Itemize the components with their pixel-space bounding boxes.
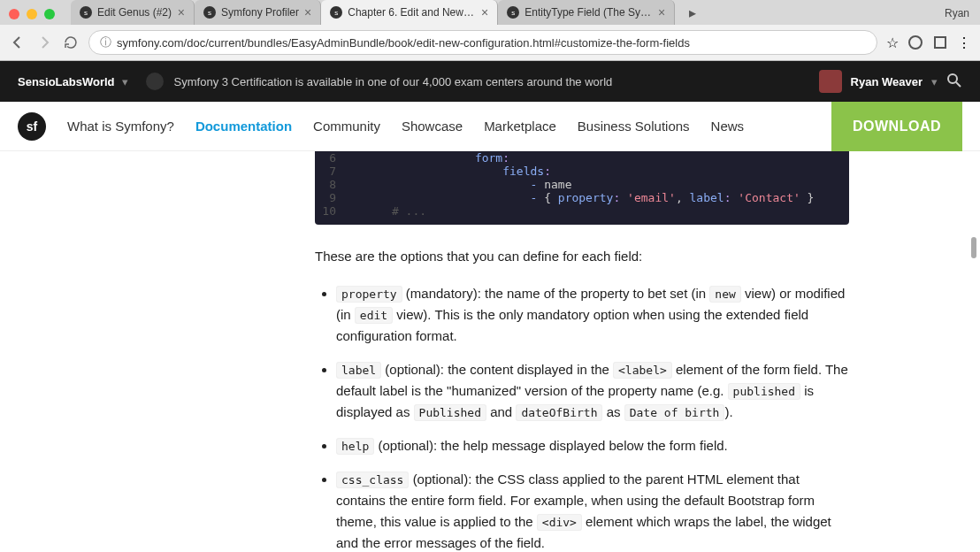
favicon-icon: s [507, 6, 519, 19]
menu-icon[interactable]: ⋮ [957, 34, 971, 51]
scrollbar-track[interactable] [971, 115, 978, 552]
back-button[interactable] [9, 34, 27, 51]
browser-chrome: s Edit Genus (#2) × s Symfony Profiler ×… [0, 0, 980, 61]
browser-tab[interactable]: s Chapter 6. Edit and New View × [321, 0, 498, 25]
tab-title: Chapter 6. Edit and New View [348, 6, 476, 19]
nav-news[interactable]: News [711, 119, 745, 134]
code-help: help [336, 438, 374, 455]
close-tab-icon[interactable]: × [304, 5, 311, 19]
nav-business[interactable]: Business Solutions [578, 119, 690, 134]
tab-title: Symfony Profiler [221, 6, 299, 19]
doc-content: 6 form:7 fields:8 - name9 - { property: … [315, 151, 849, 552]
favicon-icon: s [80, 6, 92, 19]
nav-what-is[interactable]: What is Symfony? [67, 119, 174, 134]
url-bar: ⓘ symfony.com/doc/current/bundles/EasyAd… [0, 25, 980, 60]
list-item: css_class (optional): the CSS class appl… [336, 469, 849, 552]
chevron-down-icon[interactable]: ▾ [931, 75, 938, 88]
code-block: 6 form:7 fields:8 - name9 - { property: … [315, 151, 849, 225]
close-tab-icon[interactable]: × [481, 5, 488, 19]
list-item: property (mandatory): the name of the pr… [336, 283, 849, 347]
nav-marketplace[interactable]: Marketplace [484, 119, 556, 134]
field-options-list: property (mandatory): the name of the pr… [315, 283, 849, 552]
reload-button[interactable] [62, 34, 80, 51]
scrollbar-thumb[interactable] [971, 237, 976, 258]
symfony-logo-icon[interactable]: sf [18, 112, 46, 141]
chevron-down-icon[interactable]: ▾ [122, 75, 128, 88]
intro-paragraph: These are the options that you can defin… [315, 246, 849, 267]
bookmark-icon[interactable]: ☆ [886, 34, 899, 51]
code-property: property [336, 286, 402, 303]
browser-tabs: s Edit Genus (#2) × s Symfony Profiler ×… [64, 0, 682, 25]
symfony-logo-icon [146, 73, 164, 90]
browser-user[interactable]: Ryan [934, 2, 980, 25]
list-item: help (optional): the help message displa… [336, 435, 849, 456]
list-item: label (optional): the content displayed … [336, 359, 849, 423]
code-css-class: css_class [336, 472, 409, 488]
extension-icon[interactable] [932, 34, 948, 50]
promo-bar: SensioLabsWorld ▾ Symfony 3 Certificatio… [0, 61, 980, 102]
site-info-icon[interactable]: ⓘ [100, 34, 111, 50]
promo-text[interactable]: Symfony 3 Certification is available in … [174, 75, 613, 88]
nav-documentation[interactable]: Documentation [195, 119, 292, 134]
extension-icon[interactable] [907, 34, 923, 50]
avatar[interactable] [819, 70, 842, 93]
browser-tab[interactable]: s Edit Genus (#2) × [71, 0, 195, 25]
browser-tab[interactable]: s EntityType Field (The Symfony × [498, 0, 675, 25]
window-controls [0, 4, 64, 25]
minimize-window-icon[interactable] [27, 9, 37, 19]
tab-title: EntityType Field (The Symfony [524, 6, 653, 19]
browser-tab[interactable]: s Symfony Profiler × [195, 0, 321, 25]
download-button[interactable]: DOWNLOAD [831, 102, 962, 151]
svg-point-2 [948, 74, 957, 83]
close-tab-icon[interactable]: × [178, 5, 185, 19]
promo-brand[interactable]: SensioLabsWorld [18, 75, 115, 88]
maximize-window-icon[interactable] [44, 9, 55, 19]
nav-community[interactable]: Community [313, 119, 380, 134]
svg-rect-1 [935, 37, 946, 48]
favicon-icon: s [330, 6, 342, 19]
forward-button[interactable] [35, 34, 53, 51]
tab-title: Edit Genus (#2) [97, 6, 172, 19]
username[interactable]: Ryan Weaver [851, 75, 923, 88]
nav-showcase[interactable]: Showcase [402, 119, 463, 134]
url-text: symfony.com/doc/current/bundles/EasyAdmi… [117, 36, 690, 50]
new-tab-button[interactable]: ▸ [682, 1, 703, 25]
svg-point-0 [909, 36, 922, 49]
favicon-icon: s [203, 6, 216, 19]
address-bar[interactable]: ⓘ symfony.com/doc/current/bundles/EasyAd… [88, 30, 877, 55]
svg-line-3 [956, 82, 961, 87]
close-window-icon[interactable] [9, 9, 19, 19]
code-label: label [336, 362, 381, 379]
close-tab-icon[interactable]: × [658, 5, 665, 19]
main-nav: sf What is Symfony? Documentation Commun… [0, 102, 980, 151]
search-icon[interactable] [946, 73, 962, 91]
